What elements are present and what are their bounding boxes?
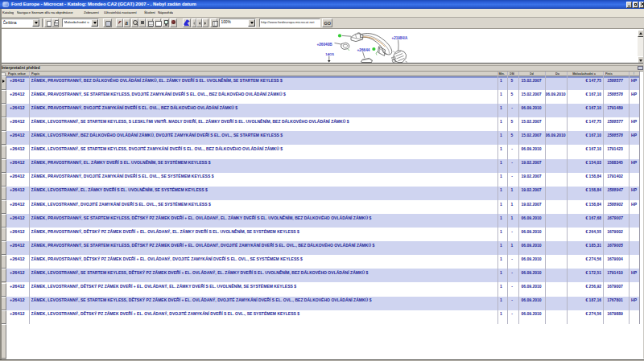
svg-text:+26644: +26644 xyxy=(357,48,370,52)
svg-text:+26040B: +26040B xyxy=(317,43,333,47)
svg-text:+21984/A: +21984/A xyxy=(392,36,408,40)
svg-text:14O5: 14O5 xyxy=(325,52,334,56)
